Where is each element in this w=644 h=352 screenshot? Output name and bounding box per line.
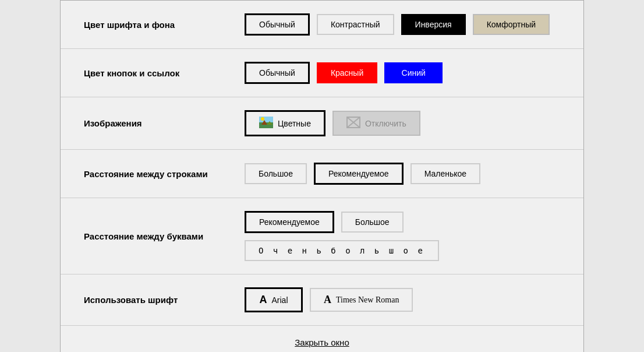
images-buttons: Цветные Отключить [245,110,420,136]
font-select-label: Использовать шрифт [84,295,235,305]
letter-a-arial-icon: A [259,294,267,306]
img-off-button[interactable]: Отключить [332,111,420,136]
letter-a-times-icon: A [324,294,331,306]
lsp-recommended-button[interactable]: Рекомендуемое [245,211,334,233]
font-times-button[interactable]: A Times New Roman [310,288,413,312]
footer: Закрыть окно [61,326,583,352]
font-select-row: Использовать шрифт A Arial A Times New R… [61,274,583,326]
font-times-label: Times New Roman [336,295,399,305]
mountain-icon [259,117,273,130]
img-off-label: Отключить [365,119,406,128]
letter-spacing-row: Расстояние между буквами Рекомендуемое Б… [61,198,583,274]
img-color-label: Цветные [278,119,311,128]
noimage-icon [346,117,360,130]
font-arial-label: Arial [271,295,288,305]
lsp-verybig-button[interactable]: О ч е н ь б о л ь ш о е [245,240,439,261]
line-spacing-row: Расстояние между строками Большое Рекоме… [61,150,583,198]
letter-spacing-label: Расстояние между буквами [84,231,235,241]
line-spacing-buttons: Большое Рекомендуемое Маленькое [245,163,480,185]
ls-big-button[interactable]: Большое [245,163,307,184]
font-comfort-button[interactable]: Комфортный [473,14,550,35]
button-color-buttons: Обычный Красный Синий [245,62,443,84]
images-row: Изображения Цветные [61,97,583,150]
ls-recommended-button[interactable]: Рекомендуемое [314,163,404,185]
button-color-label: Цвет кнопок и ссылок [84,68,235,78]
font-color-buttons: Обычный Контрастный Инверсия Комфортный [245,13,550,36]
lsp-big-button[interactable]: Большое [341,212,404,233]
img-color-button[interactable]: Цветные [245,110,325,136]
btn-normal-button[interactable]: Обычный [245,62,310,84]
font-inversion-button[interactable]: Инверсия [401,14,466,35]
font-select-buttons: A Arial A Times New Roman [245,287,413,312]
ls-small-button[interactable]: Маленькое [411,163,480,184]
settings-window: Цвет шрифта и фона Обычный Контрастный И… [60,0,584,352]
line-spacing-label: Расстояние между строками [84,169,235,179]
close-window-button[interactable]: Закрыть окно [295,337,349,347]
svg-point-4 [261,117,264,121]
font-color-row: Цвет шрифта и фона Обычный Контрастный И… [61,1,583,49]
btn-blue-button[interactable]: Синий [384,62,443,83]
letter-spacing-buttons: Рекомендуемое Большое О ч е н ь б о л ь … [245,211,560,261]
font-normal-button[interactable]: Обычный [245,13,310,36]
images-label: Изображения [84,118,235,128]
btn-red-button[interactable]: Красный [317,62,377,83]
font-contrast-button[interactable]: Контрастный [317,14,394,35]
font-arial-button[interactable]: A Arial [245,287,303,312]
font-color-label: Цвет шрифта и фона [84,20,235,30]
button-color-row: Цвет кнопок и ссылок Обычный Красный Син… [61,49,583,97]
